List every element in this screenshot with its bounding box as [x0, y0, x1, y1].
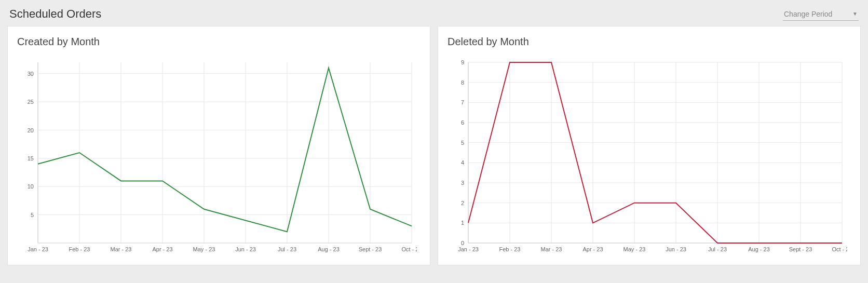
svg-text:10: 10	[28, 183, 34, 190]
svg-text:Apr - 23: Apr - 23	[582, 246, 603, 252]
svg-text:Sept - 23: Sept - 23	[359, 246, 382, 252]
chart-title-created: Created by Month	[17, 36, 421, 48]
svg-text:4: 4	[461, 159, 464, 166]
svg-text:Feb - 23: Feb - 23	[499, 246, 521, 252]
svg-text:Jul - 23: Jul - 23	[278, 246, 296, 252]
chevron-down-icon: ▼	[852, 11, 858, 17]
svg-text:Oct - 23: Oct - 23	[832, 246, 847, 252]
svg-text:6: 6	[461, 119, 464, 126]
svg-text:Mar - 23: Mar - 23	[111, 246, 132, 252]
svg-text:Apr - 23: Apr - 23	[152, 246, 172, 252]
change-period-label: Change Period	[784, 10, 832, 18]
svg-text:Aug - 23: Aug - 23	[318, 246, 340, 252]
svg-text:8: 8	[461, 79, 464, 86]
svg-text:Sept - 23: Sept - 23	[789, 246, 812, 252]
change-period-select[interactable]: Change Period ▼	[783, 8, 859, 21]
svg-text:3: 3	[461, 180, 464, 186]
svg-text:9: 9	[461, 59, 464, 65]
svg-text:20: 20	[28, 127, 34, 133]
chart-created-by-month: 51015202530Jan - 23Feb - 23Mar - 23Apr -…	[17, 51, 417, 259]
svg-text:7: 7	[461, 99, 464, 105]
svg-text:25: 25	[28, 99, 34, 105]
svg-text:Aug - 23: Aug - 23	[748, 246, 770, 252]
svg-text:5: 5	[31, 212, 34, 218]
svg-text:Jan - 23: Jan - 23	[28, 246, 48, 252]
svg-text:Oct - 23: Oct - 23	[401, 246, 417, 252]
svg-text:May - 23: May - 23	[193, 246, 215, 252]
svg-text:2: 2	[461, 200, 464, 206]
svg-text:15: 15	[28, 155, 34, 161]
svg-text:Jun - 23: Jun - 23	[235, 246, 256, 252]
chart-deleted-by-month: 0123456789Jan - 23Feb - 23Mar - 23Apr - …	[447, 51, 847, 259]
svg-text:Jun - 23: Jun - 23	[666, 246, 686, 252]
page-title: Scheduled Orders	[9, 7, 101, 21]
svg-text:Jul - 23: Jul - 23	[708, 246, 727, 252]
chart-card-created: Created by Month 51015202530Jan - 23Feb …	[7, 26, 430, 265]
svg-text:0: 0	[461, 240, 464, 246]
svg-text:Feb - 23: Feb - 23	[69, 246, 90, 252]
svg-text:Mar - 23: Mar - 23	[541, 246, 562, 252]
svg-text:1: 1	[461, 220, 464, 226]
chart-title-deleted: Deleted by Month	[447, 36, 851, 48]
svg-text:Jan - 23: Jan - 23	[458, 246, 479, 252]
svg-text:5: 5	[461, 140, 464, 146]
svg-text:May - 23: May - 23	[623, 246, 646, 252]
chart-card-deleted: Deleted by Month 0123456789Jan - 23Feb -…	[438, 26, 861, 265]
svg-text:30: 30	[28, 71, 34, 77]
header-row: Scheduled Orders Change Period ▼	[7, 7, 861, 26]
charts-row: Created by Month 51015202530Jan - 23Feb …	[7, 26, 861, 265]
